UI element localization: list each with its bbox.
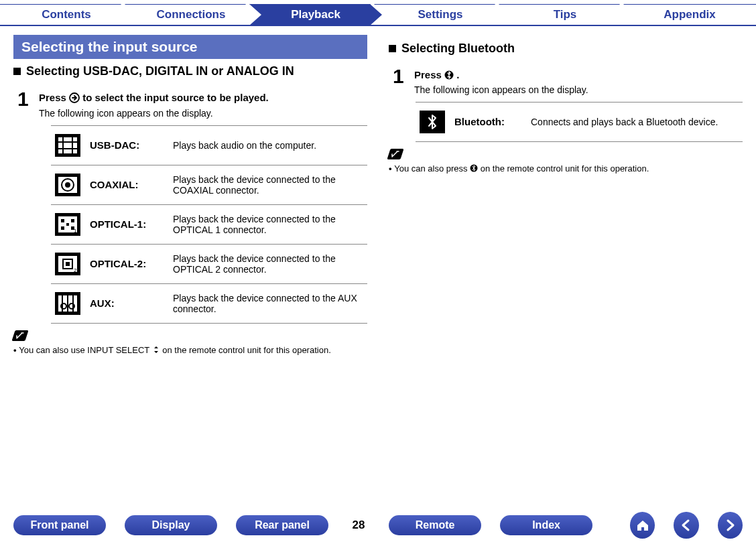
heading-text: Selecting Bluetooth — [401, 42, 515, 55]
svg-point-8 — [65, 182, 70, 188]
step-1: 1 Press to select the input source to be… — [17, 89, 367, 119]
step-number: 1 — [393, 66, 407, 86]
step-title: Press . — [414, 69, 588, 82]
arrow-right-icon — [722, 518, 737, 533]
source-desc: Connects and plays back a Bluetooth devi… — [531, 117, 739, 127]
source-desc: Plays back audio on the computer. — [173, 140, 363, 151]
square-bullet-icon — [389, 45, 396, 52]
column-right: Selecting Bluetooth 1 Press . The follow… — [389, 35, 743, 504]
coaxial-icon — [55, 174, 80, 196]
aux-icon — [55, 292, 80, 315]
note-icon — [11, 330, 28, 341]
pill-label: Display — [152, 519, 190, 531]
source-table: USB-DAC: Plays back audio on the compute… — [51, 125, 367, 324]
source-row: Bluetooth: Connects and plays back a Blu… — [416, 103, 743, 142]
svg-rect-10 — [61, 219, 64, 222]
tab-settings[interactable]: Settings — [374, 4, 507, 25]
optical-2-icon: 2 — [55, 253, 80, 275]
bluetooth-source-icon — [420, 111, 445, 133]
top-nav: Contents Connections Playback Settings T… — [0, 4, 756, 25]
svg-text:1: 1 — [74, 228, 77, 234]
tab-label: Settings — [418, 8, 462, 21]
svg-rect-12 — [61, 226, 64, 230]
note-after: on the remote control unit for this oper… — [160, 345, 331, 355]
arrow-left-icon — [679, 518, 694, 533]
source-label: COAXIAL: — [90, 179, 164, 190]
source-desc: Plays back the device connected to the O… — [173, 214, 363, 235]
pill-label: Front panel — [30, 519, 88, 531]
column-left: Selecting the input source Selecting USB… — [13, 35, 367, 504]
bluetooth-icon — [444, 70, 454, 82]
tab-label: Playback — [291, 8, 340, 21]
home-icon — [635, 518, 650, 533]
source-label: Bluetooth: — [454, 116, 521, 127]
optical-1-icon: 1 — [55, 213, 80, 236]
tab-connections[interactable]: Connections — [125, 4, 257, 25]
step-1: 1 Press . The following icon appears on … — [393, 66, 743, 95]
step-body: Press . The following icon appears on th… — [414, 66, 588, 95]
note-block: You can also use INPUT SELECT on the rem… — [13, 330, 367, 356]
next-page-button[interactable] — [718, 512, 743, 539]
note-icon — [387, 149, 403, 159]
note-after: on the remote control unit for this oper… — [478, 163, 649, 174]
subsection-heading: Selecting USB-DAC, DIGITAL IN or ANALOG … — [13, 64, 367, 78]
step-subtitle: The following icon appears on the displa… — [414, 84, 588, 95]
source-label: USB-DAC: — [90, 139, 164, 151]
tab-tips[interactable]: Tips — [499, 4, 631, 25]
tab-contents[interactable]: Contents — [0, 4, 133, 25]
source-desc: Plays back the device connected to the O… — [173, 253, 363, 275]
square-bullet-icon — [13, 68, 21, 75]
source-table: Bluetooth: Connects and plays back a Blu… — [416, 102, 743, 142]
pill-label: Rear panel — [255, 519, 310, 531]
usb-dac-icon — [55, 134, 80, 157]
source-desc: Plays back the device connected to the A… — [173, 293, 363, 314]
section-banner: Selecting the input source — [13, 35, 367, 59]
nav-rear-panel[interactable]: Rear panel — [236, 515, 328, 535]
source-row: 2 OPTICAL-2: Plays back the device conne… — [51, 245, 367, 284]
step-body: Press to select the input source to be p… — [39, 89, 269, 119]
tab-label: Tips — [554, 8, 577, 21]
source-row: COAXIAL: Plays back the device connected… — [51, 165, 367, 205]
bottom-nav: Front panel Display Rear panel 28 Remote… — [0, 512, 756, 539]
subsection-heading: Selecting Bluetooth — [389, 42, 743, 56]
source-desc: Plays back the device connected to the C… — [173, 174, 363, 196]
pill-label: Index — [532, 519, 560, 531]
svg-rect-18 — [66, 262, 70, 266]
nav-display[interactable]: Display — [125, 515, 217, 535]
up-down-arrows-icon — [152, 346, 160, 356]
svg-rect-11 — [71, 219, 74, 222]
note-before: You can also use INPUT SELECT — [19, 345, 151, 355]
home-button[interactable] — [630, 512, 655, 539]
note-before: You can also press — [394, 163, 470, 174]
source-row: USB-DAC: Plays back audio on the compute… — [51, 126, 367, 165]
source-label: AUX: — [90, 297, 164, 309]
input-source-icon — [69, 92, 80, 105]
page-content: Selecting the input source Selecting USB… — [13, 35, 743, 504]
note-block: You can also press on the remote control… — [389, 149, 743, 174]
tab-playback[interactable]: Playback — [249, 4, 382, 25]
tab-label: Contents — [42, 8, 91, 21]
nav-index[interactable]: Index — [500, 515, 592, 535]
note-text: You can also press on the remote control… — [389, 163, 743, 174]
step-title-after: . — [456, 69, 459, 80]
tab-appendix[interactable]: Appendix — [623, 4, 756, 25]
note-text: You can also use INPUT SELECT on the rem… — [13, 345, 367, 356]
prev-page-button[interactable] — [674, 512, 698, 539]
source-row: 1 OPTICAL-1: Plays back the device conne… — [51, 205, 367, 245]
source-label: OPTICAL-1: — [90, 218, 164, 230]
nav-front-panel[interactable]: Front panel — [13, 515, 106, 535]
svg-text:2: 2 — [74, 267, 77, 273]
step-subtitle: The following icon appears on the displa… — [39, 108, 269, 119]
tab-label: Connections — [157, 8, 226, 21]
page-number: 28 — [347, 519, 370, 532]
step-number: 1 — [17, 89, 32, 109]
tab-label: Appendix — [664, 8, 715, 21]
top-nav-underline — [0, 25, 756, 26]
step-title-before: Press — [414, 69, 444, 80]
svg-rect-14 — [66, 223, 69, 226]
svg-rect-1 — [58, 137, 77, 153]
source-row: AUX: Plays back the device connected to … — [51, 284, 367, 324]
step-title-after: to select the input source to be played. — [82, 92, 269, 103]
step-title: Press to select the input source to be p… — [39, 92, 269, 105]
nav-remote[interactable]: Remote — [389, 515, 481, 535]
